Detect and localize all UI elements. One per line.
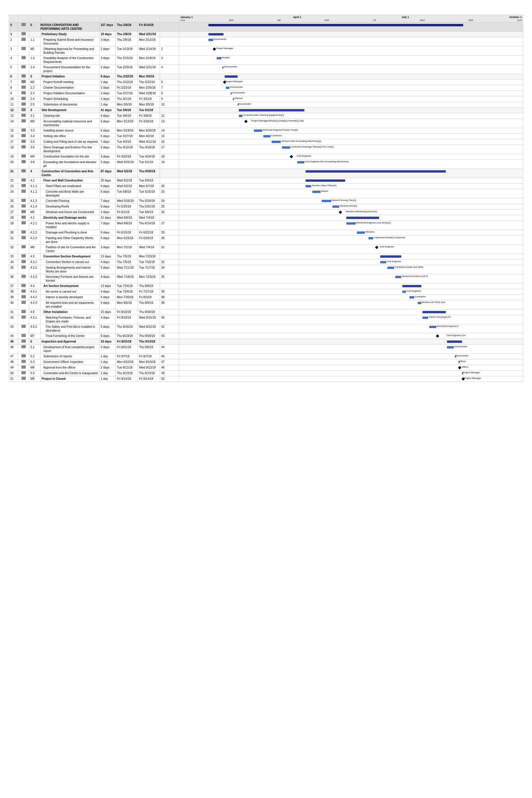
cell-task-name: Construction foundation for the site — [40, 154, 99, 160]
cell-pred: 18 — [160, 154, 179, 160]
cell-task-mode — [18, 37, 29, 47]
cell-task-name: Procurement Documentation for the projec… — [40, 65, 99, 74]
cell-gantt-bar — [179, 32, 523, 37]
cell-start: Thu 3/1/18 — [116, 96, 138, 102]
table-row: 404.4.3All required tools and art equipm… — [9, 300, 523, 309]
cell-id: 31 — [9, 236, 18, 245]
cell-task-mode — [18, 79, 29, 85]
cell-wbs: 1.4 — [29, 65, 40, 74]
cell-gantt-bar — [179, 284, 523, 289]
gantt-label: Project Manager — [464, 377, 481, 380]
table-row: 3M1Obtaining Approval for Proceeding and… — [9, 47, 523, 56]
gantt-label: Contractor — [415, 295, 426, 298]
cell-start: Fri 8/10/18 — [116, 309, 138, 315]
cell-start: Tue 5/8/18 — [116, 189, 138, 198]
cell-start: Tue 3/27/18 — [116, 133, 138, 139]
cell-duration: 2 days — [99, 91, 116, 96]
cell-pred: 44 — [160, 345, 179, 354]
cell-pred: 47 — [160, 359, 179, 365]
cell-id: 26 — [9, 204, 18, 210]
cell-task-mode — [18, 169, 29, 178]
table-row: 41.3Feasibility Analysis of the Construc… — [9, 56, 523, 65]
gantt-bar — [306, 179, 345, 182]
task-mode-icon — [22, 23, 26, 26]
cell-finish: Mon 7/23/18 — [138, 254, 160, 259]
cell-task-name: Power lines and electric supply is insta… — [40, 221, 99, 230]
cell-task-mode — [18, 204, 29, 210]
cell-start: Wed 6/6/18 — [116, 215, 138, 221]
cell-pred: 7 — [160, 85, 179, 91]
cell-task-name: Electricity and Drainage works — [40, 215, 99, 221]
cell-start: Mon 3/5/18 — [116, 102, 138, 108]
table-row: 163.4Setting site office5 daysTue 3/27/1… — [9, 133, 523, 139]
table-row: 102.4Project Scheduling2 daysThu 3/1/18F… — [9, 96, 523, 102]
cell-id: 3 — [9, 47, 18, 56]
cell-task-name: Concrete and Brick Walls are developed — [40, 189, 99, 198]
cell-finish: Thu 8/30/18 — [138, 333, 160, 339]
cell-finish: Mon 2/12/18 — [138, 37, 160, 47]
cell-id: 32 — [9, 245, 18, 254]
cell-finish: Mon 9/10/18 — [138, 359, 160, 365]
gantt-bar — [225, 75, 238, 78]
gantt-bar — [239, 109, 304, 111]
cell-task-name: NOOSA CONVENTION AND PERFORMING ARTS CEN… — [40, 22, 99, 32]
cell-duration: 6 days — [99, 230, 116, 236]
cell-start: Thu 7/5/18 — [116, 254, 138, 259]
cell-wbs: 2.2 — [29, 85, 40, 91]
gantt-label: Project Manager — [463, 371, 480, 374]
task-mode-icon — [22, 275, 26, 278]
cell-task-mode — [18, 230, 29, 236]
task-mode-icon — [22, 260, 26, 263]
cell-start: Fri 6/15/18 — [116, 230, 138, 236]
gantt-label: Civil Engineer — [297, 155, 311, 158]
table-row: 51M9Project is Closed1 dayFri 9/14/18Fri… — [9, 376, 523, 382]
cell-duration: 87 days — [99, 169, 116, 178]
cell-start: Thu 2/8/18 — [116, 22, 138, 32]
gantt-label: Workers,Furniture and Fi — [402, 275, 428, 278]
cell-start: Tue 2/20/18 — [116, 65, 138, 74]
gantt-bar — [312, 191, 321, 193]
cell-task-mode — [18, 215, 29, 221]
table-row: 505.5Convention and Art Centre is Inaugu… — [9, 370, 523, 376]
cell-start: Mon 8/6/18 — [116, 300, 138, 309]
cell-id: 41 — [9, 309, 18, 315]
table-row: 27M5Windows and Doors are Constructed3 d… — [9, 210, 523, 215]
table-row: 244.1.2Concrete and Brick Walls are deve… — [9, 189, 523, 198]
cell-gantt-bar: Workers,Windows[1],Doors[1] — [179, 210, 523, 215]
cell-pred — [160, 215, 179, 221]
cell-pred: 26 — [160, 210, 179, 215]
table-row: 214Construction of Convention and Arts C… — [9, 169, 523, 178]
cell-duration: 1 day — [99, 370, 116, 376]
gantt-bar — [447, 346, 454, 348]
cell-id: 29 — [9, 221, 18, 230]
cell-duration: 25 days — [99, 178, 116, 183]
cell-pred — [160, 339, 179, 345]
cell-task-mode — [18, 300, 29, 309]
cell-start: Fri 5/25/18 — [116, 204, 138, 210]
table-row: 475.2Submission of reports1 dayFri 9/7/1… — [9, 354, 523, 359]
cell-pred: 19 — [160, 160, 179, 169]
cell-finish: Tue 5/15/18 — [138, 189, 160, 198]
cell-start: Thu 2/22/18 — [116, 74, 138, 79]
gantt-bar — [226, 87, 229, 89]
table-row: 51.4Procurement Documentation for the pr… — [9, 65, 523, 74]
cell-task-name: Preliminary Study — [40, 32, 99, 37]
cell-finish: Mon 7/23/18 — [138, 274, 160, 284]
cell-start: Tue 7/24/18 — [116, 289, 138, 295]
cell-gantt-bar — [179, 215, 523, 221]
cell-finish: Thu 8/30/18 — [138, 169, 160, 178]
table-row: 00NOOSA CONVENTION AND PERFORMING ARTS C… — [9, 22, 523, 32]
cell-id: 36 — [9, 274, 18, 284]
cell-pred: 13 — [160, 119, 179, 128]
table-row: 294.2.1Power lines and electric supply i… — [9, 221, 523, 230]
cell-pred: 48 — [160, 365, 179, 370]
cell-id: 35 — [9, 265, 18, 274]
gantt-bar — [222, 66, 224, 69]
cell-wbs: M4 — [29, 154, 40, 160]
cell-finish: Tue 4/24/18 — [138, 154, 160, 160]
cell-task-name: Storm Drainage and Exterior Fire line de… — [40, 145, 99, 154]
gantt-bar — [410, 296, 414, 298]
cell-finish: Thu 6/14/18 — [138, 221, 160, 230]
cell-finish: Mon 2/26/18 — [138, 85, 160, 91]
cell-task-mode — [18, 139, 29, 145]
